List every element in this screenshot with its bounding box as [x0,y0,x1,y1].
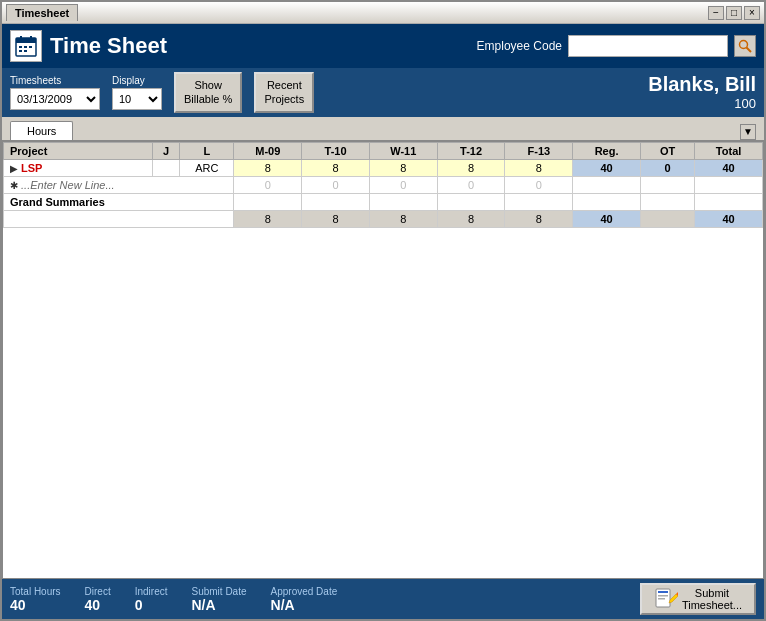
grand-w11: 8 [369,210,437,227]
employee-id: 100 [648,96,756,111]
row-reg-cell: 40 [573,159,641,176]
svg-point-9 [740,41,748,49]
new-f13-cell: 0 [505,176,573,193]
svg-rect-14 [658,598,665,600]
grand-reg: 40 [573,210,641,227]
toolbar-left: Timesheets 03/13/2009 Display 10 ShowBil… [10,72,314,113]
table-header: Project J L M-09 T-10 W-11 T-12 F-13 Reg… [4,142,763,159]
title-bar: Timesheet − □ × [2,2,764,24]
submit-icon-svg [654,586,678,610]
grand-m09: 8 [234,210,302,227]
table-row[interactable]: ▶ LSP ARC 8 8 8 8 8 40 0 40 [4,159,763,176]
app-icon [10,30,42,62]
tab-scroll-arrow[interactable]: ▼ [740,124,756,140]
display-label: Display [112,75,162,86]
calendar-icon [14,34,38,58]
toolbar: Timesheets 03/13/2009 Display 10 ShowBil… [2,68,764,117]
total-hours-item: Total Hours 40 [10,586,61,613]
timesheet-table: Project J L M-09 T-10 W-11 T-12 F-13 Reg… [3,142,763,228]
main-window: Timesheet − □ × [0,0,766,621]
approved-date-label: Approved Date [271,586,338,597]
new-m09-cell: 0 [234,176,302,193]
total-hours-label: Total Hours [10,586,61,597]
submit-date-label: Submit Date [192,586,247,597]
app-title: Time Sheet [50,33,167,59]
enter-line-cell: ✱ ...Enter New Line... [4,176,234,193]
grand-t10: 8 [302,210,370,227]
display-select[interactable]: 10 [112,88,162,110]
row-t12-cell: 8 [437,159,505,176]
header-left: Time Sheet [10,30,167,62]
gs-total [695,193,763,210]
svg-rect-13 [658,595,668,597]
grand-t12: 8 [437,210,505,227]
col-f13: F-13 [505,142,573,159]
tab-hours[interactable]: Hours [10,121,73,140]
row-ot-cell: 0 [640,159,694,176]
recent-projects-button[interactable]: RecentProjects [254,72,314,113]
row-project-cell: ▶ LSP [4,159,153,176]
timesheets-select[interactable]: 03/13/2009 [10,88,100,110]
submit-label: SubmitTimesheet... [682,587,742,611]
indirect-item: Indirect 0 [135,586,168,613]
title-bar-controls: − □ × [708,6,760,20]
minimize-button[interactable]: − [708,6,724,20]
row-indicator: ▶ [10,163,18,174]
enter-line-text: ...Enter New Line... [21,179,115,191]
timesheets-label: Timesheets [10,75,100,86]
app-header: Time Sheet Employee Code [2,24,764,68]
close-button[interactable]: × [744,6,760,20]
grand-summaries-label: Grand Summaries [4,193,234,210]
row-f13-cell: 8 [505,159,573,176]
svg-rect-6 [29,46,32,48]
row-total-cell: 40 [695,159,763,176]
grand-totals-row: 8 8 8 8 8 40 40 [4,210,763,227]
submit-date-value: N/A [192,597,247,613]
gs-ot [640,193,694,210]
svg-rect-1 [16,38,36,43]
gs-reg [573,193,641,210]
title-tab[interactable]: Timesheet [6,4,78,21]
gs-t12 [437,193,505,210]
project-name: LSP [21,162,42,174]
search-button[interactable] [734,35,756,57]
row-l-cell: ARC [180,159,234,176]
row-t10-cell: 8 [302,159,370,176]
timesheets-group: Timesheets 03/13/2009 [10,75,100,110]
direct-label: Direct [85,586,111,597]
col-w11: W-11 [369,142,437,159]
col-t10: T-10 [302,142,370,159]
employee-info: Blanks, Bill 100 [648,73,756,111]
approved-date-value: N/A [271,597,338,613]
indirect-value: 0 [135,597,168,613]
content-area: Hours ▼ Project J L M-09 T-10 W-11 T-12 [2,117,764,579]
col-t12: T-12 [437,142,505,159]
employee-code-input[interactable] [568,35,728,57]
new-total-cell [695,176,763,193]
tab-bar: Hours ▼ [2,117,764,141]
summary-bar: Total Hours 40 Direct 40 Indirect 0 Subm… [2,579,764,619]
svg-rect-5 [24,46,27,48]
employee-name: Blanks, Bill [648,73,756,96]
grand-total: 40 [695,210,763,227]
submit-date-item: Submit Date N/A [192,586,247,613]
gs-w11 [369,193,437,210]
direct-item: Direct 40 [85,586,111,613]
new-row-indicator: ✱ [10,180,18,191]
table-body: ▶ LSP ARC 8 8 8 8 8 40 0 40 [4,159,763,227]
grand-summaries-row: Grand Summaries [4,193,763,210]
timesheet-grid: Project J L M-09 T-10 W-11 T-12 F-13 Reg… [2,141,764,579]
title-bar-left: Timesheet [6,4,78,21]
new-t10-cell: 0 [302,176,370,193]
row-m09-cell: 8 [234,159,302,176]
col-project: Project [4,142,153,159]
col-l: L [180,142,234,159]
col-m09: M-09 [234,142,302,159]
submit-timesheet-button[interactable]: SubmitTimesheet... [640,583,756,615]
show-billable-button[interactable]: ShowBillable % [174,72,242,113]
indirect-label: Indirect [135,586,168,597]
submit-icon [654,586,678,612]
restore-button[interactable]: □ [726,6,742,20]
grand-ot [640,210,694,227]
enter-new-line-row[interactable]: ✱ ...Enter New Line... 0 0 0 0 0 [4,176,763,193]
